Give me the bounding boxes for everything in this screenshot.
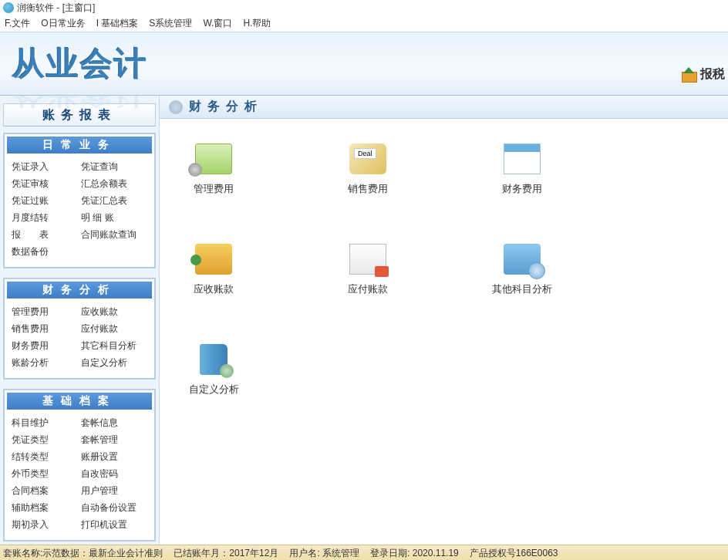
item-other-analysis[interactable]: 其他科目分析 <box>484 242 561 296</box>
sidebar-link[interactable]: 凭证汇总表 <box>79 194 149 207</box>
status-license: 产品授权号166E0063 <box>470 547 558 560</box>
sidebar-group-header: 财务分析 <box>7 282 152 299</box>
sidebar-link[interactable]: 数据备份 <box>10 245 79 258</box>
mgmt-expense-icon <box>195 143 232 174</box>
item-label: 财务费用 <box>502 182 542 196</box>
status-user: 用户名: 系统管理 <box>289 547 359 560</box>
finance-expense-icon <box>504 143 541 174</box>
tax-icon <box>680 67 697 83</box>
item-label: 应收账款 <box>194 282 234 296</box>
item-label: 其他科目分析 <box>492 282 552 296</box>
sidebar-link[interactable]: 套帐管理 <box>79 433 149 447</box>
logo-text: 从业会计 <box>12 42 148 86</box>
menu-window[interactable]: W.窗口 <box>203 17 232 30</box>
item-custom-analysis[interactable]: 自定义分析 <box>175 342 252 396</box>
sidebar-group-header: 基础档案 <box>7 393 152 410</box>
sidebar-link[interactable]: 自改密码 <box>79 467 149 481</box>
sidebar-link[interactable]: 明 细 账 <box>79 211 149 224</box>
sidebar-link[interactable]: 账龄分析 <box>10 356 79 369</box>
item-label: 管理费用 <box>194 182 234 196</box>
sidebar-link[interactable]: 凭证类型 <box>10 433 79 447</box>
item-finance-expense[interactable]: 财务费用 <box>484 142 561 196</box>
menu-daily[interactable]: O日常业务 <box>41 17 85 30</box>
window-title: 润衡软件 - [主窗口] <box>17 2 95 15</box>
statusbar: 套账名称:示范数据：最新企业会计准则 已结账年月：2017年12月 用户名: 系… <box>0 545 728 560</box>
sidebar-link[interactable]: 套帐信息 <box>79 417 149 430</box>
content-title: 财务分析 <box>189 99 263 115</box>
sidebar-link[interactable]: 账册设置 <box>79 450 149 464</box>
custom-analysis-icon <box>200 344 228 375</box>
content-header: 财务分析 <box>160 96 728 119</box>
gear-icon <box>169 100 183 114</box>
item-label: 自定义分析 <box>189 383 239 396</box>
content-pane: 财务分析 管理费用 销售费用 财务费用 应收账款 <box>159 96 728 545</box>
sidebar-link[interactable]: 报 表 <box>10 228 79 241</box>
sidebar-link[interactable]: 月度结转 <box>10 211 79 224</box>
sidebar-link[interactable]: 期初录入 <box>10 518 79 531</box>
banner: 从业会计 从业会计 报税 <box>0 32 728 96</box>
icon-grid: 管理费用 销售费用 财务费用 应收账款 应付账款 <box>175 142 713 396</box>
sidebar-link[interactable]: 用户管理 <box>79 484 149 498</box>
sidebar-link[interactable]: 打印机设置 <box>79 518 149 531</box>
sidebar-link[interactable]: 外币类型 <box>10 467 79 481</box>
app-icon <box>3 2 14 13</box>
status-closed: 已结账年月：2017年12月 <box>174 547 278 560</box>
sidebar-link[interactable]: 销售费用 <box>10 322 79 336</box>
item-mgmt-expense[interactable]: 管理费用 <box>175 142 252 196</box>
tax-link-label: 报税 <box>700 66 725 83</box>
payable-icon <box>349 244 386 275</box>
sidebar-link[interactable]: 自定义分析 <box>79 356 149 369</box>
sidebar-group-base: 基础档案 科目维护套帐信息 凭证类型套帐管理 结转类型账册设置 外币类型自改密码… <box>3 389 156 541</box>
sidebar-link[interactable]: 其它科目分析 <box>79 339 149 353</box>
sidebar-link[interactable]: 凭证审核 <box>10 177 79 191</box>
main-area: 账务报表 日常业务 凭证录入凭证查询 凭证审核汇总余额表 凭证过账凭证汇总表 月… <box>0 96 728 545</box>
sidebar-link[interactable]: 自动备份设置 <box>79 501 149 514</box>
sidebar-link[interactable]: 财务费用 <box>10 339 79 353</box>
sidebar-group-daily: 日常业务 凭证录入凭证查询 凭证审核汇总余额表 凭证过账凭证汇总表 月度结转明 … <box>3 133 156 268</box>
sales-expense-icon <box>349 143 386 174</box>
menu-file[interactable]: F.文件 <box>5 17 30 30</box>
sidebar-link[interactable]: 汇总余额表 <box>79 177 149 191</box>
menu-base[interactable]: I 基础档案 <box>96 17 139 30</box>
sidebar-link[interactable]: 辅助档案 <box>10 501 79 514</box>
tax-link[interactable]: 报税 <box>680 66 725 83</box>
sidebar-link[interactable]: 应付账款 <box>79 322 149 336</box>
item-label: 应付账款 <box>348 282 388 296</box>
sidebar-group-analysis: 财务分析 管理费用应收账款 销售费用应付账款 财务费用其它科目分析 账龄分析自定… <box>3 278 156 380</box>
item-receivable[interactable]: 应收账款 <box>175 242 252 296</box>
other-analysis-icon <box>504 244 541 275</box>
sidebar: 账务报表 日常业务 凭证录入凭证查询 凭证审核汇总余额表 凭证过账凭证汇总表 月… <box>0 96 159 545</box>
receivable-icon <box>195 244 232 275</box>
menu-system[interactable]: S系统管理 <box>149 17 192 30</box>
menu-help[interactable]: H.帮助 <box>243 17 271 30</box>
sidebar-group-header: 日常业务 <box>7 137 152 153</box>
sidebar-link[interactable]: 凭证过账 <box>10 194 79 207</box>
item-sales-expense[interactable]: 销售费用 <box>329 142 406 196</box>
item-label: 销售费用 <box>348 182 388 196</box>
sidebar-link[interactable]: 应收账款 <box>79 305 149 319</box>
sidebar-link[interactable]: 科目维护 <box>10 417 79 430</box>
sidebar-link[interactable]: 管理费用 <box>10 305 79 319</box>
sidebar-link[interactable]: 凭证查询 <box>79 160 149 174</box>
menubar: F.文件 O日常业务 I 基础档案 S系统管理 W.窗口 H.帮助 <box>0 15 728 32</box>
sidebar-link[interactable]: 合同账款查询 <box>79 228 149 241</box>
status-account: 套账名称:示范数据：最新企业会计准则 <box>3 547 163 560</box>
logo-reflection: 从业会计 <box>12 93 148 110</box>
titlebar: 润衡软件 - [主窗口] <box>0 0 728 15</box>
sidebar-link[interactable]: 合同档案 <box>10 484 79 498</box>
sidebar-link[interactable]: 结转类型 <box>10 450 79 464</box>
sidebar-link[interactable]: 凭证录入 <box>10 160 79 174</box>
content-body: 管理费用 销售费用 财务费用 应收账款 应付账款 <box>160 119 728 545</box>
status-login: 登录日期: 2020.11.19 <box>370 547 459 560</box>
item-payable[interactable]: 应付账款 <box>329 242 406 296</box>
